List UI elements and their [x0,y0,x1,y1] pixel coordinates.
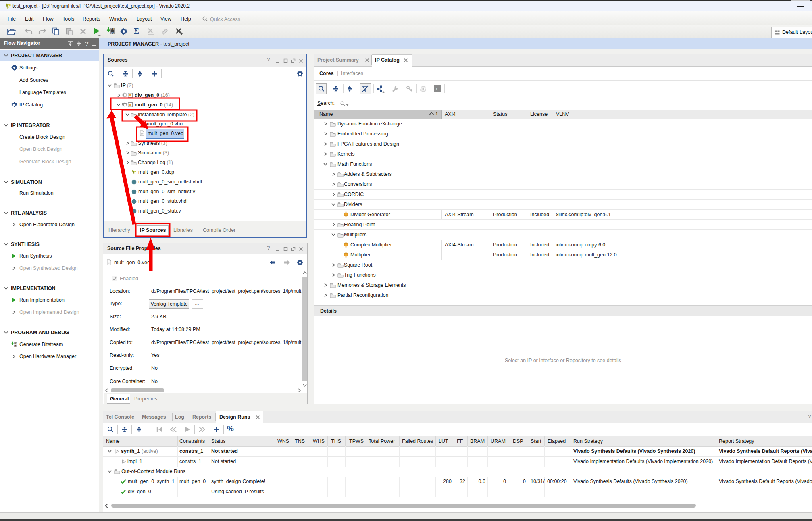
svg-text:10: 10 [15,345,17,348]
svg-text:01: 01 [111,28,114,31]
svg-text:01: 01 [15,342,17,344]
svg-text:10: 10 [111,32,114,35]
